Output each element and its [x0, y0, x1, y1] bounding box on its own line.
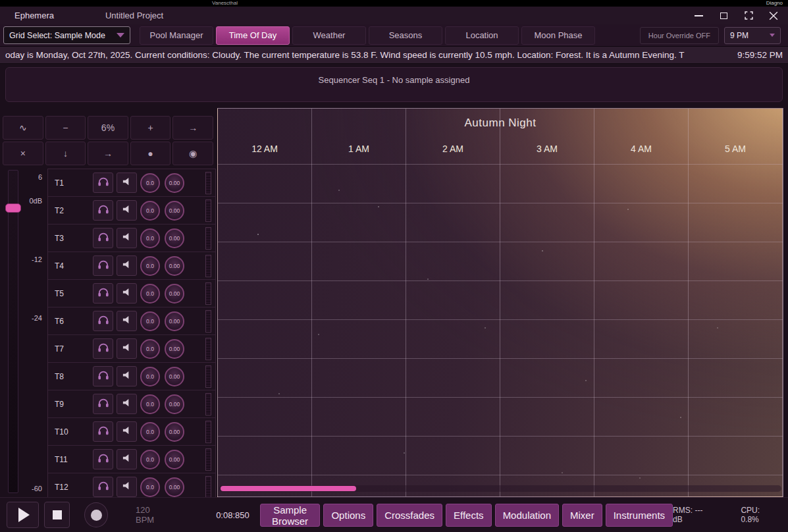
- horizontal-scrollbar[interactable]: [219, 485, 781, 492]
- track-listen-button[interactable]: [93, 200, 113, 221]
- track-listen-button[interactable]: [93, 394, 113, 414]
- fullscreen-icon: [745, 11, 753, 20]
- track-mute-button[interactable]: [117, 255, 137, 276]
- track-listen-button[interactable]: [93, 311, 113, 331]
- tab-time-of-day[interactable]: Time Of Day: [216, 26, 290, 45]
- headphones-icon: [97, 453, 109, 466]
- track-listen-button[interactable]: [93, 338, 113, 359]
- track-listen-button[interactable]: [93, 173, 113, 193]
- instruments-button[interactable]: Instruments: [606, 504, 673, 527]
- track-knob-2[interactable]: 0.00: [165, 311, 184, 331]
- close-button[interactable]: [766, 9, 781, 22]
- sample-browser-button[interactable]: Sample Browser: [260, 504, 321, 527]
- track-knob-2[interactable]: 0.00: [165, 284, 184, 304]
- track-knob-1[interactable]: 0.0: [140, 311, 160, 331]
- track-label: T2: [55, 206, 93, 215]
- maximize-button[interactable]: [716, 9, 731, 22]
- tab-moon-phase[interactable]: Moon Phase: [521, 26, 595, 45]
- zoom-out-button[interactable]: −: [45, 116, 86, 140]
- tab-location[interactable]: Location: [445, 26, 519, 45]
- hour-label: 12 AM: [218, 144, 311, 154]
- track-mute-button[interactable]: [117, 421, 137, 442]
- tab-pool-manager[interactable]: Pool Manager: [140, 26, 213, 45]
- track-knob-1[interactable]: 0.0: [140, 422, 160, 442]
- record-icon: [91, 510, 102, 521]
- track-knob-2[interactable]: 0.00: [165, 477, 184, 497]
- track-level-meter: [205, 393, 211, 415]
- track-knob-2[interactable]: 0.00: [165, 367, 184, 386]
- track-mute-button[interactable]: [117, 366, 137, 386]
- options-button[interactable]: Options: [323, 504, 373, 527]
- track-knob-2[interactable]: 0.00: [165, 173, 184, 193]
- track-mute-button[interactable]: [117, 338, 137, 359]
- track-knob-2[interactable]: 0.00: [165, 201, 184, 221]
- track-knob-1[interactable]: 0.0: [140, 450, 160, 469]
- track-listen-button[interactable]: [93, 449, 113, 469]
- track-knob-2[interactable]: 0.00: [165, 228, 184, 248]
- hour-select-dropdown[interactable]: 9 PM: [724, 27, 781, 44]
- arrow-forward-button[interactable]: →: [88, 142, 128, 165]
- track-knob-1[interactable]: 0.0: [140, 173, 160, 193]
- track-knob-1[interactable]: 0.0: [140, 477, 160, 497]
- track-knob-1[interactable]: 0.0: [140, 228, 160, 248]
- tab-weather[interactable]: Weather: [292, 26, 366, 45]
- track-label: T4: [55, 261, 93, 271]
- modulation-button[interactable]: Modulation: [495, 504, 559, 527]
- track-mute-button[interactable]: [117, 449, 137, 469]
- arrow-right-button[interactable]: →: [172, 116, 213, 140]
- track-mute-button[interactable]: [117, 477, 137, 497]
- track-listen-button[interactable]: [93, 255, 113, 276]
- track-knob-2[interactable]: 0.00: [165, 394, 184, 414]
- track-knob-2[interactable]: 0.00: [165, 422, 184, 442]
- track-mute-button[interactable]: [117, 394, 137, 414]
- track-mute-button[interactable]: [117, 200, 137, 221]
- hour-override-button[interactable]: Hour Override OFF: [640, 27, 719, 44]
- track-knob-2[interactable]: 0.00: [165, 256, 184, 276]
- master-volume-slider[interactable]: [8, 170, 18, 493]
- track-label: T6: [55, 317, 93, 326]
- zoom-in-button[interactable]: +: [130, 116, 171, 140]
- grid-period-title: Autumn Night: [218, 117, 783, 130]
- title-bar: Ephemera Untitled Project: [0, 7, 788, 24]
- track-row: T30.00.00: [48, 225, 215, 252]
- minimize-button[interactable]: [691, 9, 706, 22]
- track-label: T5: [55, 289, 93, 298]
- track-mute-button[interactable]: [117, 228, 137, 248]
- track-mute-button[interactable]: [117, 283, 137, 304]
- fullscreen-button[interactable]: [741, 9, 756, 22]
- effects-button[interactable]: Effects: [446, 504, 492, 527]
- dot-button[interactable]: ●: [130, 142, 171, 165]
- zoom-level-value[interactable]: 6%: [88, 116, 128, 140]
- arrow-down-button[interactable]: ↓: [45, 142, 86, 165]
- track-knob-2[interactable]: 0.00: [165, 339, 184, 359]
- track-row: T50.00.00: [48, 280, 215, 307]
- master-volume-handle[interactable]: [5, 203, 21, 213]
- play-button[interactable]: [7, 502, 39, 528]
- track-mute-button[interactable]: [117, 311, 137, 331]
- horizontal-scrollbar-thumb[interactable]: [221, 486, 356, 491]
- track-listen-button[interactable]: [93, 421, 113, 442]
- tab-seasons[interactable]: Seasons: [369, 26, 442, 45]
- clear-button[interactable]: ×: [3, 142, 43, 165]
- track-knob-1[interactable]: 0.0: [140, 201, 160, 221]
- track-knob-1[interactable]: 0.0: [140, 339, 160, 359]
- track-listen-button[interactable]: [93, 366, 113, 386]
- circle-button[interactable]: ◉: [172, 142, 213, 165]
- track-listen-button[interactable]: [93, 283, 113, 304]
- track-knob-1[interactable]: 0.0: [140, 367, 160, 386]
- close-icon: [769, 11, 778, 20]
- record-button[interactable]: [84, 502, 108, 527]
- track-mute-button[interactable]: [117, 173, 137, 193]
- mixer-button[interactable]: Mixer: [562, 504, 602, 527]
- track-listen-button[interactable]: [93, 477, 113, 497]
- wave-button[interactable]: ∿: [3, 116, 43, 140]
- grid-select-dropdown[interactable]: Grid Select: Sample Mode: [3, 26, 130, 44]
- time-of-day-grid[interactable]: 12 AM1 AM2 AM3 AM4 AM5 AM Autumn Night: [217, 108, 783, 497]
- crossfades-button[interactable]: Crossfades: [377, 504, 442, 527]
- track-knob-1[interactable]: 0.0: [140, 284, 160, 304]
- stop-button[interactable]: [44, 502, 70, 528]
- track-knob-2[interactable]: 0.00: [165, 450, 184, 469]
- track-listen-button[interactable]: [93, 228, 113, 248]
- track-knob-1[interactable]: 0.0: [140, 394, 160, 414]
- track-knob-1[interactable]: 0.0: [140, 256, 160, 276]
